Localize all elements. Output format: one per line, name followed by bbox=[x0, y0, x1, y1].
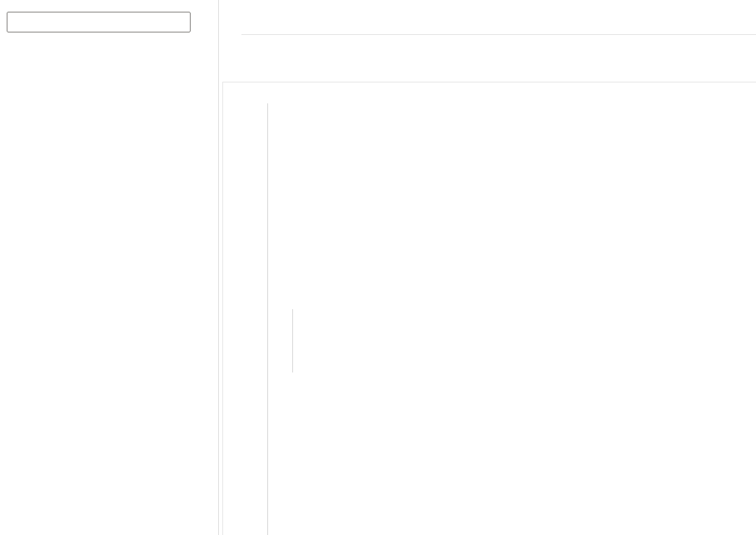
search-icon bbox=[12, 16, 25, 28]
indent-guide bbox=[267, 103, 268, 535]
code-lines bbox=[223, 82, 756, 88]
sidebar bbox=[0, 0, 219, 535]
sidebar-search-row bbox=[0, 0, 218, 37]
command-bar bbox=[241, 0, 756, 35]
main-content bbox=[219, 0, 756, 535]
sidebar-searchbox[interactable] bbox=[7, 12, 191, 32]
indent-guide bbox=[292, 309, 293, 372]
json-manifest-editor[interactable] bbox=[222, 82, 756, 535]
search-input[interactable] bbox=[29, 15, 185, 29]
sidebar-collapse-button[interactable] bbox=[198, 21, 205, 24]
